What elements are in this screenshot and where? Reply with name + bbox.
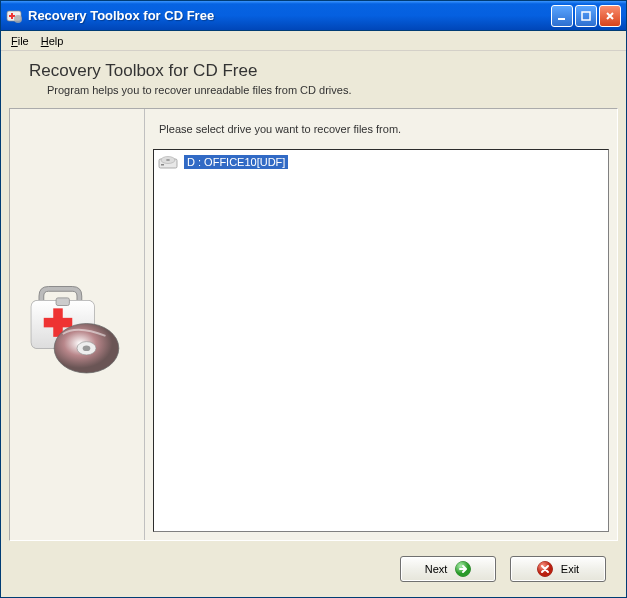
page-title: Recovery Toolbox for CD Free — [29, 61, 606, 81]
toolbox-cd-icon — [20, 267, 134, 382]
window-title: Recovery Toolbox for CD Free — [28, 8, 551, 23]
svg-point-13 — [83, 345, 91, 351]
app-window: Recovery Toolbox for CD Free File Help R… — [0, 0, 627, 598]
svg-point-3 — [14, 15, 22, 23]
drive-label: D : OFFICE10[UDF] — [184, 155, 288, 169]
close-button[interactable] — [599, 5, 621, 27]
titlebar[interactable]: Recovery Toolbox for CD Free — [1, 1, 626, 31]
svg-rect-17 — [161, 164, 164, 166]
page-subtitle: Program helps you to recover unreadable … — [47, 84, 606, 96]
drive-item[interactable]: D : OFFICE10[UDF] — [156, 152, 606, 172]
next-label: Next — [425, 563, 448, 575]
next-button[interactable]: Next — [400, 556, 496, 582]
menu-help[interactable]: Help — [35, 33, 70, 49]
arrow-right-icon — [455, 561, 471, 577]
app-icon — [6, 8, 22, 24]
minimize-button[interactable] — [551, 5, 573, 27]
sidebar — [10, 109, 145, 540]
svg-rect-5 — [582, 12, 590, 20]
svg-point-16 — [166, 159, 170, 161]
maximize-button[interactable] — [575, 5, 597, 27]
drive-list[interactable]: D : OFFICE10[UDF] — [153, 149, 609, 532]
cd-drive-icon — [158, 154, 178, 170]
svg-rect-10 — [56, 298, 69, 306]
instruction-text: Please select drive you want to recover … — [145, 109, 617, 149]
svg-rect-4 — [558, 18, 565, 20]
close-circle-icon — [537, 561, 553, 577]
menu-file[interactable]: File — [5, 33, 35, 49]
content-area: Please select drive you want to recover … — [9, 108, 618, 541]
exit-button[interactable]: Exit — [510, 556, 606, 582]
exit-label: Exit — [561, 563, 579, 575]
svg-rect-2 — [9, 15, 15, 17]
header: Recovery Toolbox for CD Free Program hel… — [1, 51, 626, 108]
footer: Next Exit — [1, 541, 626, 597]
window-controls — [551, 5, 621, 27]
menubar: File Help — [1, 31, 626, 51]
main-panel: Please select drive you want to recover … — [145, 109, 617, 540]
svg-rect-9 — [44, 318, 73, 328]
